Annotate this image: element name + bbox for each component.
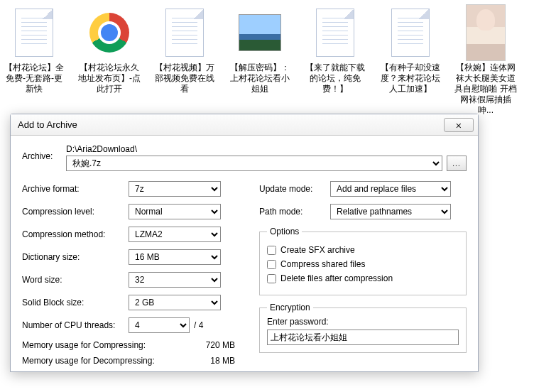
block-combo[interactable]: 2 GB	[129, 295, 221, 310]
avatar-icon	[466, 4, 506, 61]
dialog-title: Add to Archive	[18, 119, 77, 130]
dict-label: Dictionary size:	[22, 252, 129, 262]
archive-label: Archive:	[22, 144, 66, 161]
format-combo[interactable]: 7z	[129, 181, 221, 197]
text-file-icon	[165, 9, 204, 57]
threads-label: Number of CPU threads:	[22, 320, 129, 330]
word-combo[interactable]: 32	[129, 272, 221, 288]
options-group: Options Create SFX archive Compress shar…	[259, 227, 467, 295]
text-file-icon	[15, 9, 53, 57]
pathmode-combo[interactable]: Relative pathnames	[330, 204, 451, 219]
desktop-icon-label: 【来了就能下载的论坛，纯免费！】	[304, 62, 366, 94]
update-label: Update mode:	[259, 184, 330, 194]
pathmode-label: Path mode:	[259, 207, 330, 217]
level-label: Compression level:	[22, 207, 129, 217]
desktop-icon-label: 【村花视频】万部视频免费在线看	[153, 62, 216, 94]
desktop-icon-label: 【解压密码】：上村花论坛看小姐姐	[229, 62, 291, 94]
update-combo[interactable]: Add and replace files	[330, 181, 451, 197]
desktop-icon-label: 【村花论坛永久地址发布页】-点此打开	[78, 62, 141, 94]
archive-path: D:\Aria2Download\	[66, 144, 467, 154]
threads-max: / 4	[194, 320, 203, 330]
archive-file-combo[interactable]: 秋婉.7z	[66, 156, 442, 171]
chrome-icon	[89, 13, 129, 53]
text-file-icon	[391, 9, 430, 57]
photo-icon	[239, 14, 281, 51]
desktop-icon-2[interactable]: 【村花视频】万部视频免费在线看	[153, 6, 216, 116]
block-label: Solid Block size:	[22, 298, 129, 307]
add-to-archive-dialog: Add to Archive ⨉ Archive: D:\Aria2Downlo…	[10, 114, 479, 372]
desktop-icon-0[interactable]: 【村花论坛】全免费-无套路-更新快	[3, 6, 65, 116]
desktop-icon-6[interactable]: 【秋婉】连体网袜大长腿美女道具自慰啪啪 开档网袜假屌抽插呻...	[454, 6, 517, 116]
desktop-icon-label: 【有种子却没速度？来村花论坛人工加速】	[379, 62, 442, 94]
format-label: Archive format:	[22, 184, 129, 194]
desktop-icon-3[interactable]: 【解压密码】：上村花论坛看小姐姐	[229, 6, 291, 116]
method-combo[interactable]: LZMA2	[129, 227, 221, 242]
memd-label: Memory usage for Decompressing:	[22, 356, 178, 366]
sfx-checkbox[interactable]	[267, 246, 276, 255]
password-label: Enter password:	[267, 317, 459, 327]
dict-combo[interactable]: 16 MB	[129, 249, 221, 265]
memc-value: 720 MB	[178, 340, 235, 350]
desktop-icon-4[interactable]: 【来了就能下载的论坛，纯免费！】	[304, 6, 366, 116]
text-file-icon	[316, 9, 354, 57]
desktop-icon-1[interactable]: 【村花论坛永久地址发布页】-点此打开	[78, 6, 141, 116]
close-button[interactable]: ⨉	[444, 118, 474, 132]
close-icon: ⨉	[456, 119, 462, 131]
encryption-group: Encryption Enter password:	[259, 303, 467, 353]
delete-checkbox-row[interactable]: Delete files after compression	[267, 273, 459, 283]
desktop-icon-label: 【村花论坛】全免费-无套路-更新快	[3, 62, 65, 94]
memd-value: 18 MB	[178, 356, 235, 366]
encryption-legend: Encryption	[267, 303, 313, 312]
password-input[interactable]	[267, 330, 459, 345]
level-combo[interactable]: Normal	[129, 204, 221, 219]
shared-checkbox-row[interactable]: Compress shared files	[267, 259, 459, 269]
delete-checkbox[interactable]	[267, 274, 276, 283]
word-label: Word size:	[22, 275, 129, 285]
browse-button[interactable]: ...	[447, 156, 467, 171]
memc-label: Memory usage for Compressing:	[22, 340, 178, 350]
options-legend: Options	[267, 227, 302, 236]
desktop-icon-label: 【秋婉】连体网袜大长腿美女道具自慰啪啪 开档网袜假屌抽插呻...	[454, 62, 517, 116]
shared-checkbox[interactable]	[267, 260, 276, 269]
desktop-icon-5[interactable]: 【有种子却没速度？来村花论坛人工加速】	[379, 6, 442, 116]
threads-combo[interactable]: 4	[129, 317, 190, 333]
sfx-checkbox-row[interactable]: Create SFX archive	[267, 245, 459, 255]
method-label: Compression method:	[22, 229, 129, 239]
